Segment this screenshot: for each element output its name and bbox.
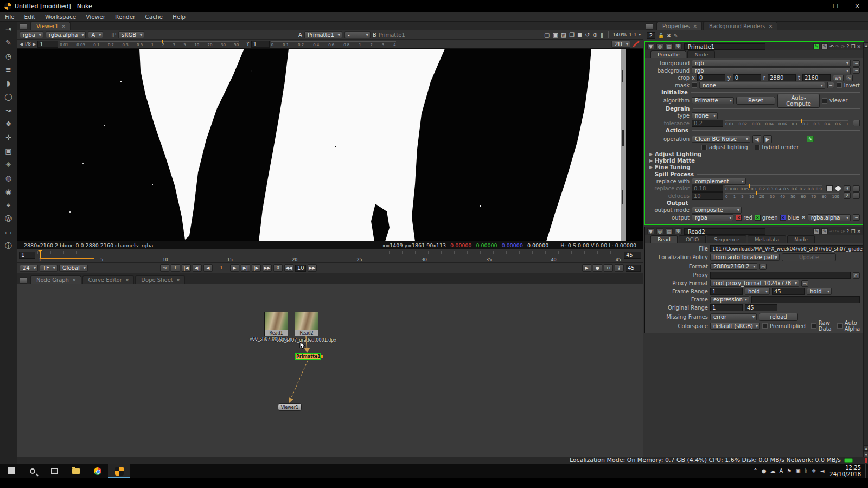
hold-after-dropdown[interactable]: hold (807, 288, 832, 295)
dag-tab[interactable]: Dope Sheet ✕ (135, 275, 185, 284)
particles-node-icon[interactable]: ✳ (3, 160, 15, 169)
taskbar-clock[interactable]: 12:25 24/10/2018 (829, 465, 861, 478)
defocus-slider[interactable]: 0151020304050607080100 (725, 193, 839, 199)
color-wheel-icon[interactable] (835, 185, 841, 191)
step-forward-button[interactable]: ▶| (241, 264, 250, 272)
output-alpha-dropdown[interactable]: rgba.alpha (808, 214, 851, 221)
goto-start-button[interactable]: |◀ (182, 264, 191, 272)
tray-antivirus-icon[interactable]: A (779, 468, 783, 474)
redo-icon[interactable]: ↷ (835, 229, 840, 234)
current-frame-field[interactable]: 1 (214, 265, 228, 271)
wh-button[interactable]: wh (833, 75, 844, 81)
collapse-icon[interactable]: ▼ (647, 43, 654, 49)
scroll-up2-icon[interactable]: ▲ (864, 445, 868, 451)
properties-tab[interactable]: Properties ✕ (656, 22, 702, 30)
properties-tab[interactable]: Background Renders ✕ (703, 22, 777, 30)
layout-one-icon[interactable]: ▢ (543, 31, 551, 38)
original-start-field[interactable]: 1 (710, 304, 743, 311)
clear-panels-icon[interactable]: ✖ (667, 33, 671, 38)
render-button[interactable]: ⭳ (615, 264, 624, 272)
foreground-dropdown[interactable]: rgb (692, 60, 851, 67)
fstop-label[interactable]: f/8 (24, 41, 31, 47)
monitor-out-icon[interactable]: ❐ (568, 31, 576, 38)
tab-close-icon[interactable]: ✕ (693, 24, 698, 29)
tab-node[interactable]: Node (787, 235, 815, 243)
tab-metadata[interactable]: Metadata (748, 235, 786, 243)
timeline-track[interactable]: 151015202530354045 (37, 251, 622, 262)
fps-dropdown[interactable]: 24 (20, 265, 38, 272)
undo-icon[interactable]: ↶ (829, 44, 834, 49)
revert-icon[interactable]: ⟳ (841, 44, 845, 49)
channel-node-icon[interactable]: ≡ (3, 66, 15, 74)
filter-node-icon[interactable]: ◯ (3, 93, 15, 101)
replace-color-marker[interactable] (749, 184, 750, 188)
revert-icon[interactable]: ⟳ (841, 229, 845, 234)
format-proxy-toggle[interactable]: ▭ (760, 264, 767, 270)
localization-policy-dropdown[interactable]: from auto-localize path (710, 254, 780, 261)
crop-curve-icon[interactable]: ∿ (846, 75, 853, 81)
skip-forward-button[interactable]: ▶▶ (308, 264, 317, 272)
search-button[interactable] (22, 464, 43, 478)
frame-mode-dropdown[interactable]: expression (710, 296, 749, 303)
menu-item[interactable]: Viewer (81, 14, 110, 20)
minimize-button[interactable]: – (803, 0, 825, 12)
menu-item[interactable]: Workspace (40, 14, 81, 20)
deep-node-icon[interactable]: ◍ (3, 174, 15, 183)
tab-viewer1[interactable]: Viewer1 ✕ (30, 22, 71, 30)
wipe-icon[interactable]: ▨ (560, 31, 567, 38)
help-icon[interactable]: ? (847, 229, 850, 234)
channel-checkbox[interactable]: ✕ (755, 215, 761, 221)
invert-checkbox[interactable] (837, 82, 842, 88)
range-end-field[interactable]: 45 (626, 265, 641, 272)
close-panel-icon[interactable]: ✕ (857, 229, 861, 234)
tolerance-slider[interactable]: 0.010.020.030.040.060.10.20.30.40.61 (725, 120, 848, 126)
refresh-icon[interactable]: ↺ (584, 31, 591, 38)
proxy-format-dropdown[interactable]: root.proxy_format 1024x778 (710, 280, 799, 287)
time-node-icon[interactable]: ◷ (3, 52, 15, 61)
frame-expression-field[interactable] (751, 296, 860, 303)
tab-node[interactable]: Node (687, 50, 715, 58)
chrome-button[interactable] (87, 464, 108, 478)
range-start-field[interactable]: 1 (710, 288, 743, 295)
gamma-field[interactable]: 1 (251, 41, 270, 48)
crop-r-field[interactable]: 2880 (768, 74, 796, 81)
roi-icon[interactable]: ⊕ (592, 31, 599, 38)
pane-menu-icon[interactable] (20, 23, 27, 30)
adjust-lighting-checkbox[interactable] (701, 145, 707, 150)
defocus-channels-field[interactable]: 2 (844, 192, 851, 199)
viewer-checkbox[interactable] (822, 98, 827, 104)
undo-icon[interactable]: ↶ (829, 229, 834, 234)
menu-item[interactable]: Edit (20, 14, 40, 20)
colorspace-dropdown[interactable]: default (sRGB) (710, 323, 760, 330)
close-panel-icon[interactable]: ✕ (857, 44, 861, 49)
primatte1-node[interactable]: Primatte1 (295, 353, 321, 360)
tolerance-marker[interactable] (801, 119, 802, 123)
zero-field[interactable]: 0 (273, 264, 283, 272)
step-back-button[interactable]: ◀ (203, 264, 213, 272)
background-dropdown[interactable]: rgb (692, 67, 851, 74)
output-unset-button[interactable]: − (853, 214, 860, 221)
dag-tab[interactable]: Curve Editor ✕ (82, 275, 135, 284)
replace-channels-field[interactable]: 3 (844, 185, 851, 192)
gain-slider[interactable]: 0.010.050.10.20.30.5123510203050 (60, 41, 239, 47)
tab-close-icon[interactable]: ✕ (72, 278, 76, 283)
auto-alpha-checkbox[interactable] (837, 323, 843, 329)
play-button[interactable]: ▶ (230, 264, 239, 272)
format-dropdown[interactable]: 2880x2160 2 (710, 263, 757, 270)
background-unset-button[interactable]: − (853, 67, 860, 74)
tab-read[interactable]: Read (650, 235, 678, 243)
alpha-checkbox[interactable]: ✕ (801, 215, 806, 220)
max-panels-field[interactable]: 2 (647, 32, 655, 39)
missing-frames-dropdown[interactable]: error (710, 313, 757, 320)
node-graph-canvas[interactable]: Read1 Read2 v60_sh07.0001.dpx v60_sh07_g… (17, 284, 643, 464)
color-node-icon[interactable]: ◗ (3, 79, 15, 88)
other-node-icon[interactable]: ▭ (3, 228, 15, 237)
3d-node-icon[interactable]: ▣ (3, 147, 15, 156)
next-operation-button[interactable]: ▶ (763, 135, 772, 143)
timeline-end-field[interactable]: 45 (624, 252, 641, 259)
crop-t-field[interactable]: 2160 (802, 74, 831, 81)
task-view-button[interactable] (43, 464, 65, 478)
channel-checkbox[interactable]: ✕ (736, 215, 742, 221)
pixel-ratio[interactable]: 1:1 (629, 32, 636, 37)
expand-triangle-icon[interactable]: ▶ (647, 165, 653, 170)
